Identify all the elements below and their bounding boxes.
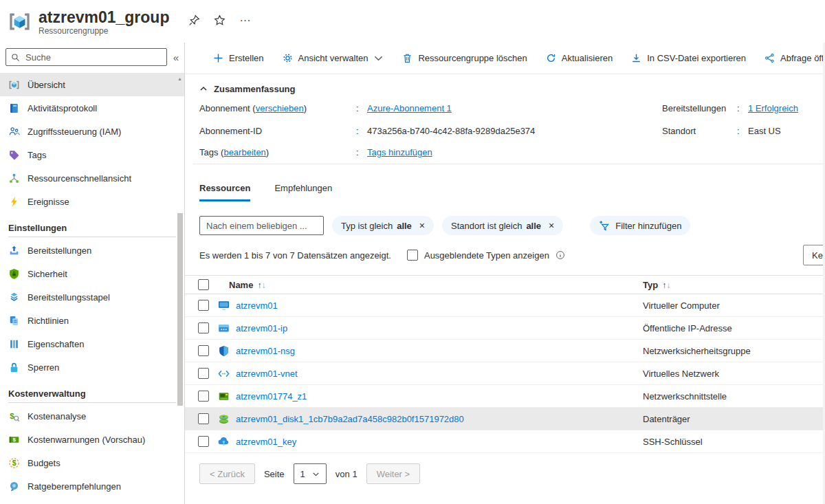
refresh-button[interactable]: Aktualisieren xyxy=(546,53,613,63)
deployments-link[interactable]: 1 Erfolgreich xyxy=(748,103,798,113)
sidebar-scrollbar-thumb[interactable] xyxy=(177,213,183,406)
plus-icon xyxy=(213,53,223,63)
lock-icon xyxy=(8,362,20,373)
resource-type: Netzwerkschnittstelle xyxy=(643,391,727,402)
table-row[interactable]: atzrevm01-ip Öffentliche IP-Adresse xyxy=(185,317,825,340)
sidebar-item-activity-log[interactable]: Aktivitätsprotokoll xyxy=(0,96,184,120)
delete-resource-group-button[interactable]: Ressourcengruppe löschen xyxy=(402,53,527,63)
resource-link[interactable]: atzrevm01_disk1_1cb7b9a2ad7a458c982b0f15… xyxy=(236,414,464,424)
sidebar-item-label: Eigenschaften xyxy=(28,339,84,349)
network-interface-icon xyxy=(218,391,230,402)
essentials-collapse-toggle[interactable]: Zusammenfassung xyxy=(199,80,825,97)
subscription-id-value: 473a256a-b740-4c42-88fa-9289da25e374 xyxy=(367,126,535,136)
sidebar-item-events[interactable]: Ereignisse xyxy=(0,190,184,213)
table-row-highlighted[interactable]: atzrevm01_disk1_1cb7b9a2ad7a458c982b0f15… xyxy=(185,408,825,430)
page-number-select[interactable]: 1 xyxy=(294,463,327,484)
row-checkbox[interactable] xyxy=(198,436,209,447)
info-icon[interactable] xyxy=(556,250,565,260)
resource-type: Öffentliche IP-Adresse xyxy=(643,323,732,333)
subscription-id-label: Abonnement-ID xyxy=(199,126,356,136)
next-page-button[interactable]: Weiter > xyxy=(366,463,421,484)
download-icon xyxy=(631,53,641,63)
query-graph-icon xyxy=(764,53,775,63)
chevron-down-icon xyxy=(373,53,384,63)
sidebar-item-overview[interactable]: Übersicht xyxy=(0,73,184,96)
public-ip-icon xyxy=(218,322,230,334)
location-filter-pill[interactable]: Standort ist gleichalle × xyxy=(442,216,563,235)
create-button[interactable]: Erstellen xyxy=(213,53,264,63)
edit-tags-link[interactable]: bearbeiten xyxy=(223,147,265,157)
location-value: East US xyxy=(748,126,781,136)
resource-link[interactable]: atzrevm01_key xyxy=(236,437,296,447)
overview-icon xyxy=(8,79,20,91)
tab-resources[interactable]: Ressourcen xyxy=(199,183,250,201)
section-title: Einstellungen xyxy=(8,220,176,235)
row-checkbox[interactable] xyxy=(198,345,209,356)
subscription-link[interactable]: Azure-Abonnement 1 xyxy=(367,103,452,113)
resource-link[interactable]: atzrevm01-ip xyxy=(236,323,287,333)
resource-link[interactable]: atzrevm01774_z1 xyxy=(236,391,307,402)
svg-text:$: $ xyxy=(12,459,16,467)
open-query-button[interactable]: Abfrage öffnen xyxy=(764,53,825,63)
sidebar-search-input[interactable] xyxy=(24,52,162,63)
sidebar-item-access-control-iam[interactable]: Zugriffssteuerung (IAM) xyxy=(0,120,184,143)
add-tags-link[interactable]: Tags hinzufügen xyxy=(367,147,432,157)
sidebar-item-locks[interactable]: Sperren xyxy=(0,355,184,379)
group-by-select[interactable]: Kei xyxy=(803,245,825,265)
resource-link[interactable]: atzrevm01-vnet xyxy=(236,369,298,379)
cost-alerts-icon: $ xyxy=(8,434,20,446)
sidebar-item-label: Übersicht xyxy=(28,80,65,90)
row-checkbox[interactable] xyxy=(198,322,209,333)
previous-page-button[interactable]: < Zurück xyxy=(199,463,255,484)
deployment-stacks-icon xyxy=(8,292,20,303)
sidebar-item-deployment-stacks[interactable]: Bereitstellungsstapel xyxy=(0,285,184,309)
column-header-name[interactable]: Name↑↓ xyxy=(229,280,265,290)
sidebar-item-deployments[interactable]: Bereitstellungen xyxy=(0,239,184,262)
remove-location-filter-icon[interactable]: × xyxy=(549,221,554,230)
select-all-checkbox[interactable] xyxy=(198,279,209,290)
table-row[interactable]: atzrevm01774_z1 Netzwerkschnittstelle xyxy=(185,385,825,408)
sidebar-item-label: Tags xyxy=(28,150,46,160)
sidebar-item-security[interactable]: Sicherheit xyxy=(0,262,184,285)
type-filter-pill[interactable]: Typ ist gleichalle × xyxy=(332,216,434,235)
sidebar-item-label: Ereignisse xyxy=(28,197,69,207)
remove-type-filter-icon[interactable]: × xyxy=(419,221,425,230)
sidebar-item-label: Bereitstellungen xyxy=(28,245,91,256)
filter-search-input[interactable] xyxy=(199,216,324,235)
table-row[interactable]: atzrevm01-vnet Virtuelles Netzwerk xyxy=(185,362,825,385)
show-hidden-types-checkbox[interactable] xyxy=(407,250,418,261)
row-checkbox[interactable] xyxy=(198,368,209,379)
table-row[interactable]: atzrevm01-nsg Netzwerksicherheitsgruppe xyxy=(185,340,825,362)
column-header-type[interactable]: Typ↑↓ xyxy=(643,280,670,290)
export-csv-button[interactable]: In CSV-Datei exportieren xyxy=(631,53,746,63)
sidebar-item-resource-visualizer[interactable]: Ressourcenschnellansicht xyxy=(0,166,184,190)
activity-log-icon xyxy=(8,102,20,114)
sidebar-search[interactable] xyxy=(6,48,167,66)
favorite-star-icon[interactable] xyxy=(214,14,226,26)
sidebar-item-policies[interactable]: Richtlinien xyxy=(0,309,184,332)
resource-type: SSH-Schlüssel xyxy=(643,437,703,447)
row-checkbox[interactable] xyxy=(198,391,209,402)
tag-icon xyxy=(8,149,20,161)
sidebar-item-advisor-recommendations[interactable]: Ratgeberempfehlungen xyxy=(0,474,184,498)
sidebar-item-tags[interactable]: Tags xyxy=(0,143,184,166)
sidebar-item-budgets[interactable]: $ Budgets xyxy=(0,451,184,474)
sidebar-item-properties[interactable]: Eigenschaften xyxy=(0,332,184,355)
sidebar-item-cost-alerts[interactable]: $ Kostenwarnungen (Vorschau) xyxy=(0,428,184,451)
row-checkbox[interactable] xyxy=(198,413,209,424)
row-checkbox[interactable] xyxy=(198,300,209,311)
sidebar-scroll-up-arrow[interactable]: ▲ xyxy=(177,76,183,82)
manage-view-button[interactable]: Ansicht verwalten xyxy=(283,53,384,63)
sidebar-section-cost-management: Kostenverwaltung xyxy=(0,379,184,404)
tab-recommendations[interactable]: Empfehlungen xyxy=(274,183,332,201)
table-row[interactable]: atzrevm01_key SSH-Schlüssel xyxy=(185,430,825,453)
more-options-icon[interactable]: ⋯ xyxy=(239,14,251,27)
sidebar-collapse-button[interactable]: « xyxy=(173,52,179,63)
table-row[interactable]: atzrevm01 Virtueller Computer xyxy=(185,294,825,317)
move-subscription-link[interactable]: verschieben xyxy=(256,103,304,113)
pin-icon[interactable] xyxy=(188,14,200,26)
sidebar-item-cost-analysis[interactable]: $ Kostenanalyse xyxy=(0,404,184,428)
add-filter-button[interactable]: Filter hinzufügen xyxy=(590,216,690,235)
resource-link[interactable]: atzrevm01 xyxy=(236,300,278,311)
resource-link[interactable]: atzrevm01-nsg xyxy=(236,346,295,356)
